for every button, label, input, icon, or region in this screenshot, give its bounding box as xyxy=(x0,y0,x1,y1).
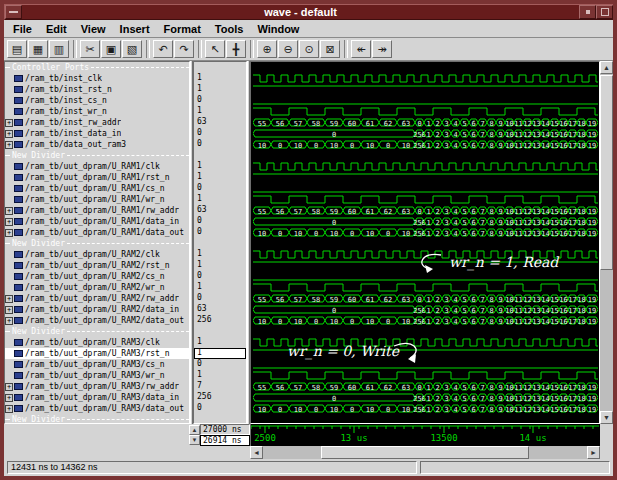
bus-value-label: 7 xyxy=(480,131,484,139)
time-scroll-down-button[interactable]: ▼ xyxy=(189,435,200,445)
signal-row[interactable]: /ram_tb/uut_dpram/U_RAM3/rst_n xyxy=(5,348,189,359)
find-previous-edge-icon[interactable]: ↞ xyxy=(351,40,371,58)
bus-value-label: 0 xyxy=(417,296,421,304)
menu-window[interactable]: Window xyxy=(250,22,306,35)
vertical-scroll-track[interactable] xyxy=(600,74,613,411)
time-scroll-up-button[interactable]: ▲ xyxy=(189,425,200,435)
signal-icon xyxy=(14,218,23,225)
menu-insert[interactable]: Insert xyxy=(113,22,157,35)
scroll-up-button[interactable]: ▲ xyxy=(600,61,613,74)
expand-icon[interactable]: + xyxy=(5,306,13,314)
signal-row[interactable]: /ram_tb/uut_dpram/U_RAM1/wr_n xyxy=(5,194,189,205)
menu-format[interactable]: Format xyxy=(157,22,208,35)
signal-row[interactable]: /ram_tb/inst_rst_n xyxy=(5,84,189,95)
horizontal-scrollbar[interactable]: ◄ ► xyxy=(250,446,600,459)
signal-row[interactable]: /ram_tb/uut_dpram/U_RAM2/cs_n xyxy=(5,271,189,282)
signal-row[interactable]: /ram_tb/inst_wr_n xyxy=(5,106,189,117)
divider-row[interactable]: New Divider xyxy=(5,238,189,249)
signal-row[interactable]: +/ram_tb/uut_dpram/U_RAM1/data_in xyxy=(5,216,189,227)
time-axis: 250013 us1350014 us xyxy=(250,424,600,446)
scroll-right-button[interactable]: ► xyxy=(587,446,600,459)
cursor-time-box[interactable]: 26914 ns xyxy=(200,435,250,446)
signal-value: 1 xyxy=(194,348,246,359)
zoom-range-icon[interactable]: ⊠ xyxy=(320,40,340,58)
signal-row[interactable]: /ram_tb/uut_dpram/U_RAM2/rst_n xyxy=(5,260,189,271)
maximize-button[interactable] xyxy=(596,5,613,19)
open-icon[interactable]: ▤ xyxy=(7,40,27,58)
expand-icon[interactable]: + xyxy=(5,383,13,391)
expand-icon[interactable]: + xyxy=(5,405,13,413)
divider-row[interactable]: New Divider xyxy=(5,326,189,337)
expand-icon[interactable]: + xyxy=(5,394,13,402)
waveform-canvas[interactable]: 5556575859606162630123456789101112131415… xyxy=(253,62,598,423)
menu-file[interactable]: File xyxy=(6,22,39,35)
redo-icon[interactable]: ↷ xyxy=(174,40,194,58)
signal-row[interactable]: /ram_tb/inst_clk xyxy=(5,73,189,84)
menu-edit[interactable]: Edit xyxy=(39,22,74,35)
signal-row[interactable]: /ram_tb/uut_dpram/U_RAM2/wr_n xyxy=(5,282,189,293)
copy-icon[interactable]: ▣ xyxy=(101,40,121,58)
find-next-edge-icon[interactable]: ↠ xyxy=(372,40,392,58)
zoom-full-icon[interactable]: ⊙ xyxy=(299,40,319,58)
expand-icon[interactable]: + xyxy=(5,130,13,138)
expand-icon[interactable]: + xyxy=(5,119,13,127)
signal-row[interactable]: +/ram_tb/inst_data_in xyxy=(5,128,189,139)
signal-row[interactable]: +/ram_tb/data_out_ram3 xyxy=(5,139,189,150)
expand-icon[interactable]: + xyxy=(5,207,13,215)
vertical-scroll-thumb[interactable] xyxy=(600,75,613,270)
signal-row[interactable]: /ram_tb/uut_dpram/U_RAM3/cs_n xyxy=(5,359,189,370)
select-mode-icon[interactable]: ↖ xyxy=(205,40,225,58)
signal-row[interactable]: +/ram_tb/uut_dpram/U_RAM1/rw_addr xyxy=(5,205,189,216)
zoom-mode-icon[interactable]: ╋ xyxy=(226,40,246,58)
signal-row[interactable]: /ram_tb/uut_dpram/U_RAM3/wr_n xyxy=(5,370,189,381)
signal-row[interactable]: +/ram_tb/uut_dpram/U_RAM3/data_in xyxy=(5,392,189,403)
expand-icon[interactable]: + xyxy=(5,218,13,226)
signal-row[interactable]: +/ram_tb/uut_dpram/U_RAM2/data_out xyxy=(5,315,189,326)
bus-value-label: 13 xyxy=(532,142,540,150)
minimize-button[interactable] xyxy=(579,5,596,19)
signal-row[interactable]: +/ram_tb/uut_dpram/U_RAM2/data_in xyxy=(5,304,189,315)
zoom-out-icon[interactable]: ⊖ xyxy=(278,40,298,58)
bus-value-label: 10 xyxy=(330,230,338,238)
horizontal-scroll-thumb[interactable] xyxy=(321,446,528,459)
window-menu-button[interactable] xyxy=(5,5,22,19)
vertical-scrollbar[interactable]: ▲ ▼ xyxy=(600,61,613,424)
cut-icon[interactable]: ✂ xyxy=(80,40,100,58)
zoom-in-icon[interactable]: ⊕ xyxy=(257,40,277,58)
signal-row[interactable]: /ram_tb/uut_dpram/U_RAM3/clk xyxy=(5,337,189,348)
waveform-panel[interactable]: 5556575859606162630123456789101112131415… xyxy=(250,61,600,424)
expand-icon[interactable]: + xyxy=(5,229,13,237)
expand-icon[interactable]: + xyxy=(5,317,13,325)
expand-icon[interactable]: + xyxy=(5,141,13,149)
undo-icon[interactable]: ↶ xyxy=(153,40,173,58)
signal-row[interactable]: /ram_tb/inst_cs_n xyxy=(5,95,189,106)
bus-value-label: 14 xyxy=(541,307,549,315)
save-icon[interactable]: ▦ xyxy=(28,40,48,58)
signal-values-panel[interactable]: 11016300110163001101063256110172560 xyxy=(193,61,247,424)
signal-names-panel[interactable]: Controller Ports/ram_tb/inst_clk/ram_tb/… xyxy=(4,61,190,424)
bus-value-label: 18 xyxy=(577,318,585,326)
divider-row[interactable]: New Divider xyxy=(5,150,189,161)
horizontal-scroll-track[interactable] xyxy=(263,446,587,459)
signal-row[interactable]: /ram_tb/uut_dpram/U_RAM1/clk xyxy=(5,161,189,172)
scroll-left-button[interactable]: ◄ xyxy=(250,446,263,459)
signal-row[interactable]: +/ram_tb/uut_dpram/U_RAM3/rw_addr xyxy=(5,381,189,392)
signal-row[interactable]: /ram_tb/uut_dpram/U_RAM1/cs_n xyxy=(5,183,189,194)
bus-value-label: 0 xyxy=(386,318,390,326)
signal-row[interactable]: +/ram_tb/uut_dpram/U_RAM3/data_out xyxy=(5,403,189,414)
scroll-down-button[interactable]: ▼ xyxy=(600,411,613,424)
signal-row[interactable]: +/ram_tb/uut_dpram/U_RAM1/data_out xyxy=(5,227,189,238)
signal-row[interactable]: /ram_tb/uut_dpram/U_RAM2/clk xyxy=(5,249,189,260)
divider-row[interactable]: New Divider xyxy=(5,414,189,424)
title-bar[interactable]: wave - default xyxy=(4,4,613,20)
signal-row[interactable]: /ram_tb/uut_dpram/U_RAM1/rst_n xyxy=(5,172,189,183)
paste-icon[interactable]: ▧ xyxy=(122,40,142,58)
menu-tools[interactable]: Tools xyxy=(208,22,251,35)
signal-row[interactable]: +/ram_tb/inst_rw_addr xyxy=(5,117,189,128)
expand-icon[interactable]: + xyxy=(5,295,13,303)
divider-row[interactable]: Controller Ports xyxy=(5,62,189,73)
print-icon[interactable]: ▥ xyxy=(49,40,69,58)
menu-view[interactable]: View xyxy=(74,22,113,35)
signal-row[interactable]: +/ram_tb/uut_dpram/U_RAM2/rw_addr xyxy=(5,293,189,304)
bus-value-label: 16 xyxy=(559,131,567,139)
